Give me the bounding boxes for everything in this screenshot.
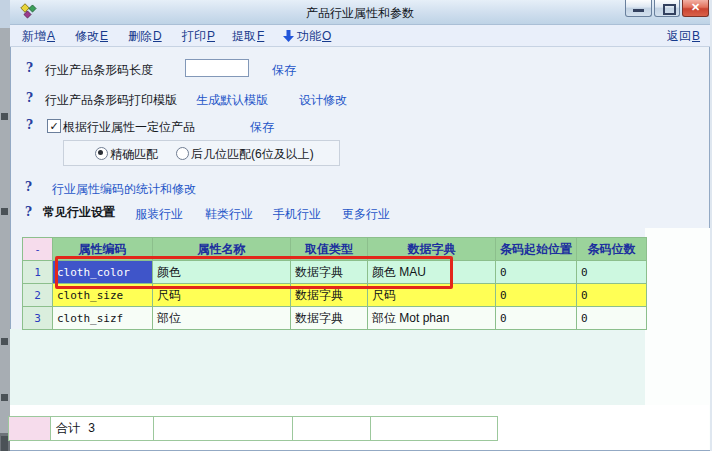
print-template-label: 行业产品条形码打印模版 xyxy=(45,92,177,109)
cell-value-type[interactable]: 数据字典 xyxy=(291,284,368,307)
window-title: 产品行业属性和参数 xyxy=(10,5,710,22)
screen: 产品行业属性和参数 ✕ 新增A 修改E 删除D 打印P 提取F 功能O 返回B … xyxy=(0,0,712,451)
hotkey: O xyxy=(322,29,331,43)
locate-product-checkbox[interactable]: ✓ xyxy=(47,119,61,133)
attribute-code-stat-link[interactable]: 行业属性编码的统计和修改 xyxy=(52,181,196,198)
cell-barcode-start[interactable]: 0 xyxy=(496,261,577,284)
cell-barcode-digits[interactable]: 0 xyxy=(577,307,647,330)
toolbar-item-label: 修改 xyxy=(75,29,99,43)
hotkey: A xyxy=(47,29,55,43)
summary-empty-cell xyxy=(154,417,293,441)
cell-value-type[interactable]: 数据字典 xyxy=(291,307,368,330)
hotkey: E xyxy=(100,29,108,43)
barcode-length-save-link[interactable]: 保存 xyxy=(272,62,296,79)
minimize-button[interactable] xyxy=(625,0,652,17)
table-header-row: - 属性编码 属性名称 取值类型 数据字典 条码起始位置 条码位数 xyxy=(23,238,647,261)
help-icon[interactable]: ? xyxy=(26,61,33,75)
background-artifact xyxy=(1,208,8,215)
maximize-icon xyxy=(663,4,676,15)
table-row: 3 cloth_sizf 部位 数据字典 部位 Mot phan 0 0 xyxy=(23,307,647,330)
locate-save-link[interactable]: 保存 xyxy=(250,119,274,136)
table-row: 2 cloth_size 尺码 数据字典 尺码 0 0 xyxy=(23,284,647,307)
cell-data-dict[interactable]: 颜色 MAU xyxy=(368,261,496,284)
hotkey: F xyxy=(257,29,264,43)
down-arrow-icon xyxy=(283,30,294,42)
hotkey: D xyxy=(153,29,162,43)
toolbar xyxy=(10,25,710,47)
total-value: 3 xyxy=(88,421,95,435)
help-icon[interactable]: ? xyxy=(25,205,32,219)
cell-barcode-digits[interactable]: 0 xyxy=(577,284,647,307)
minimize-icon xyxy=(633,9,644,12)
cell-data-dict[interactable]: 部位 Mot phan xyxy=(368,307,496,330)
summary-empty-cell xyxy=(293,417,371,441)
row-number-cell[interactable]: 2 xyxy=(23,284,53,307)
toolbar-item-label: 返回 xyxy=(667,29,691,43)
common-industry-label: 常见行业设置 xyxy=(43,204,115,221)
summary-table: 合计 3 xyxy=(8,416,498,441)
header-attr-name[interactable]: 属性名称 xyxy=(153,238,291,261)
industry-link-clothing[interactable]: 服装行业 xyxy=(135,206,183,223)
barcode-length-input[interactable] xyxy=(185,59,249,77)
design-modify-link[interactable]: 设计修改 xyxy=(299,92,347,109)
industry-link-mobile[interactable]: 手机行业 xyxy=(273,206,321,223)
cell-barcode-start[interactable]: 0 xyxy=(496,284,577,307)
help-icon[interactable]: ? xyxy=(26,118,33,132)
attributes-table: - 属性编码 属性名称 取值类型 数据字典 条码起始位置 条码位数 1 clot… xyxy=(22,237,647,330)
window-titlebar: 产品行业属性和参数 xyxy=(10,0,710,25)
corner-cell[interactable]: - xyxy=(23,238,53,261)
toolbar-item-label: 提取 xyxy=(232,29,256,43)
toolbar-item-label: 删除 xyxy=(128,29,152,43)
background-artifact xyxy=(1,436,8,451)
toolbar-item-label: 功能 xyxy=(297,29,321,43)
hotkey: B xyxy=(692,29,700,43)
cell-attr-code[interactable]: cloth_sizf xyxy=(53,307,153,330)
toolbar-item-extract[interactable]: 提取F xyxy=(232,25,264,47)
close-icon: ✕ xyxy=(691,1,700,13)
barcode-length-label: 行业产品条形码长度 xyxy=(45,62,153,79)
help-icon[interactable]: ? xyxy=(26,91,33,105)
suffix-match-label: 后几位匹配(6位及以上) xyxy=(191,146,314,163)
header-data-dict[interactable]: 数据字典 xyxy=(368,238,496,261)
table-row: 1 cloth_color 颜色 数据字典 颜色 MAU 0 0 xyxy=(23,261,647,284)
cell-data-dict[interactable]: 尺码 xyxy=(368,284,496,307)
background-artifact xyxy=(1,338,8,345)
background-artifact xyxy=(1,394,8,401)
header-barcode-start[interactable]: 条码起始位置 xyxy=(496,238,577,261)
suffix-match-radio[interactable] xyxy=(176,147,189,160)
cell-attr-name[interactable]: 部位 xyxy=(153,307,291,330)
header-value-type[interactable]: 取值类型 xyxy=(291,238,368,261)
row-number-cell[interactable]: 1 xyxy=(23,261,53,284)
cell-value-type[interactable]: 数据字典 xyxy=(291,261,368,284)
toolbar-item-delete[interactable]: 删除D xyxy=(128,25,162,47)
total-label: 合计 xyxy=(56,421,80,435)
help-icon[interactable]: ? xyxy=(25,180,32,194)
cell-barcode-start[interactable]: 0 xyxy=(496,307,577,330)
header-attr-code[interactable]: 属性编码 xyxy=(53,238,153,261)
summary-empty-cell xyxy=(371,417,498,441)
maximize-button[interactable] xyxy=(654,0,680,17)
cell-attr-code-selected[interactable]: cloth_color xyxy=(53,261,153,284)
cell-attr-code[interactable]: cloth_size xyxy=(53,284,153,307)
exact-match-radio[interactable] xyxy=(95,147,108,160)
close-button[interactable]: ✕ xyxy=(682,0,709,17)
toolbar-item-label: 新增 xyxy=(22,29,46,43)
industry-link-shoes[interactable]: 鞋类行业 xyxy=(205,206,253,223)
industry-link-more[interactable]: 更多行业 xyxy=(342,206,390,223)
toolbar-item-modify[interactable]: 修改E xyxy=(75,25,108,47)
summary-row: 合计 3 xyxy=(9,417,498,441)
toolbar-item-back[interactable]: 返回B xyxy=(667,25,700,47)
generate-template-link[interactable]: 生成默认模版 xyxy=(196,92,268,109)
toolbar-item-print[interactable]: 打印P xyxy=(182,25,215,47)
toolbar-item-function[interactable]: 功能O xyxy=(297,25,331,47)
locate-product-label: 根据行业属性一定位产品 xyxy=(63,119,195,136)
summary-total-cell: 合计 3 xyxy=(51,417,154,441)
toolbar-item-new[interactable]: 新增A xyxy=(22,25,55,47)
summary-corner-cell xyxy=(9,417,51,441)
background-artifact xyxy=(1,113,8,120)
header-barcode-digits[interactable]: 条码位数 xyxy=(577,238,647,261)
cell-attr-name[interactable]: 颜色 xyxy=(153,261,291,284)
cell-barcode-digits[interactable]: 0 xyxy=(577,261,647,284)
row-number-cell[interactable]: 3 xyxy=(23,307,53,330)
cell-attr-name[interactable]: 尺码 xyxy=(153,284,291,307)
